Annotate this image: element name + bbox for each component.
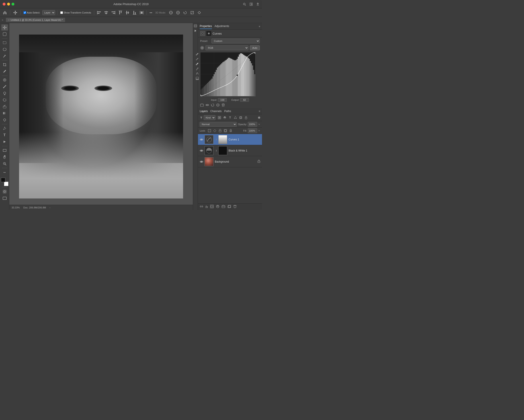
3d-scale-button[interactable] (189, 10, 195, 15)
eyedropper-highlights[interactable] (195, 62, 199, 66)
3d-orbit-button[interactable] (168, 10, 174, 15)
shape-filter-icon[interactable] (233, 115, 238, 120)
clone-stamp-tool[interactable] (1, 90, 8, 96)
distribute-button[interactable] (139, 10, 145, 15)
background-color-swatch[interactable] (4, 182, 9, 186)
switch-view-icon[interactable] (216, 103, 220, 107)
document-tab[interactable]: × Untitled-1 @ 33.3% (Curves 1, Layer Ma… (6, 18, 65, 22)
rectangular-marquee-tool[interactable] (1, 40, 8, 46)
layer-item-bw1[interactable]: Black & White 1 (198, 145, 262, 156)
lock-all-icon[interactable] (228, 129, 233, 133)
channel-target-icon[interactable] (200, 46, 204, 50)
layer-item-background[interactable]: Background (198, 156, 262, 167)
search-icon[interactable] (243, 3, 246, 6)
lock-pixels-icon[interactable] (213, 129, 217, 133)
gradient-tool[interactable] (1, 110, 8, 116)
quick-mask-button[interactable] (1, 189, 8, 195)
3d-rotate-button[interactable] (182, 10, 188, 15)
eraser-tool[interactable] (1, 103, 8, 110)
history-brush-tool[interactable] (1, 97, 8, 103)
adjustment-filter-icon[interactable] (223, 115, 227, 120)
align-left-button[interactable] (96, 10, 102, 15)
3d-pan-button[interactable] (175, 10, 181, 15)
link-layers-icon[interactable] (200, 205, 203, 209)
brush-tool[interactable] (1, 84, 8, 90)
maximize-button[interactable] (11, 3, 14, 6)
eyedropper-shadows[interactable] (195, 52, 199, 56)
eyedropper-tool[interactable] (1, 68, 8, 74)
layer-visibility-curves1[interactable] (200, 138, 203, 141)
3d-extra-button[interactable] (196, 10, 202, 15)
preset-dropdown[interactable]: Custom (211, 39, 260, 43)
delete-layer-icon[interactable] (233, 205, 237, 209)
zoom-tool[interactable] (1, 161, 8, 167)
dodge-tool[interactable] (1, 117, 8, 123)
opacity-input[interactable] (248, 122, 257, 127)
channel-dropdown[interactable]: RGB (205, 45, 248, 50)
artboard-tool[interactable] (1, 31, 8, 37)
hand-tool[interactable] (1, 154, 8, 160)
panel-menu-icon[interactable]: ≡ (259, 25, 260, 28)
auto-select-dropdown[interactable]: Layer (42, 10, 55, 15)
align-top-button[interactable] (117, 10, 123, 15)
tab-close-button[interactable]: × (8, 19, 9, 21)
input-value[interactable] (218, 98, 227, 102)
magic-wand-tool[interactable] (1, 53, 8, 59)
output-value[interactable] (240, 98, 249, 102)
tab-layers[interactable]: Layers (200, 109, 208, 114)
add-mask-icon[interactable] (210, 205, 214, 209)
align-center-button[interactable] (103, 10, 109, 15)
foreground-color-swatch[interactable] (1, 178, 5, 182)
layers-menu-icon[interactable]: ≡ (259, 110, 260, 113)
panels-toggle[interactable]: « (2, 18, 5, 21)
layout-icon[interactable] (250, 3, 253, 6)
more-options-button[interactable]: ••• (149, 11, 153, 14)
home-button[interactable] (2, 10, 8, 15)
lock-artboard-icon[interactable] (223, 129, 228, 133)
tab-paths[interactable]: Paths (224, 109, 231, 114)
eyedropper-midtones[interactable] (195, 57, 199, 61)
lock-transparent-icon[interactable] (207, 129, 212, 133)
type-filter-icon[interactable]: T (228, 115, 232, 120)
auto-select-checkbox[interactable]: Auto-Select: (23, 11, 41, 14)
layer-item-curves1[interactable]: Curves 1 (198, 134, 262, 145)
move-tool[interactable] (1, 24, 8, 31)
new-adjustment-icon[interactable] (216, 205, 219, 209)
new-layer-icon[interactable] (227, 205, 231, 209)
clip-to-layer-icon[interactable] (200, 103, 204, 107)
reset-icon[interactable] (211, 103, 214, 107)
align-right-button[interactable] (110, 10, 116, 15)
spot-healing-tool[interactable] (1, 77, 8, 83)
curves-graph-svg[interactable] (200, 52, 256, 96)
tab-properties[interactable]: Properties (200, 24, 212, 29)
new-group-icon[interactable] (222, 205, 225, 209)
delete-adjustment-icon[interactable] (221, 103, 225, 107)
extra-tools-button[interactable]: ••• (1, 169, 8, 175)
lock-position-icon[interactable] (218, 129, 222, 133)
tab-adjustments[interactable]: Adjustments (215, 24, 229, 29)
play-mini-button[interactable] (193, 29, 198, 33)
type-tool[interactable]: T (1, 132, 8, 138)
curve-smooth-tool[interactable] (195, 72, 199, 76)
pen-tool[interactable] (1, 125, 8, 132)
kind-dropdown[interactable]: Kind (204, 115, 215, 120)
layer-visibility-background[interactable] (200, 160, 203, 163)
properties-mini-button[interactable] (193, 24, 198, 28)
lasso-tool[interactable] (1, 46, 8, 52)
curve-clip-shadows[interactable] (195, 77, 199, 80)
path-selection-tool[interactable] (1, 139, 8, 145)
tab-channels[interactable]: Channels (210, 109, 222, 114)
layer-visibility-bw1[interactable] (200, 149, 203, 152)
blend-mode-dropdown[interactable]: Normal (200, 122, 237, 127)
toggle-visibility-icon[interactable] (205, 103, 209, 107)
transform-controls-checkbox[interactable]: Show Transform Controls (59, 11, 92, 14)
color-swatches[interactable] (0, 178, 9, 186)
auto-button[interactable]: Auto (250, 45, 260, 50)
lock-filter-icon[interactable] (244, 115, 248, 120)
curve-pencil-tool[interactable] (195, 67, 199, 71)
align-bottom-button[interactable] (132, 10, 137, 15)
align-middle-button[interactable] (125, 10, 130, 15)
pixel-filter-icon[interactable] (217, 115, 222, 120)
minimize-button[interactable] (7, 3, 10, 6)
close-button[interactable] (3, 3, 6, 6)
